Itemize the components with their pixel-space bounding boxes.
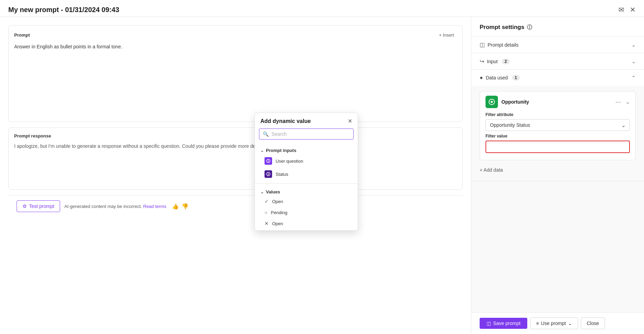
value-open-check[interactable]: ✓ Open: [255, 196, 358, 207]
data-used-badge: 1: [512, 75, 520, 80]
left-bottom-bar: ⚙ Test prompt AI-generated content may b…: [8, 195, 463, 217]
right-panel-bottom: ◫ Save prompt ≡ Use prompt ⌄ Close: [471, 312, 644, 334]
opportunity-card: Opportunity ⋯ ⌄ Filter attribute: [480, 91, 636, 160]
save-icon: ◫: [487, 321, 491, 326]
response-box: Prompt response I apologize, but I'm una…: [8, 127, 463, 190]
response-box-title: Prompt response: [14, 133, 457, 139]
input-icon: ↪: [480, 58, 484, 65]
prompt-inputs-section: ⌄ Prompt inputs User question St: [255, 144, 358, 182]
data-used-left: ● Data used 1: [480, 75, 520, 81]
filter-value-label: Filter value: [486, 134, 630, 139]
opportunity-name: Opportunity: [501, 99, 529, 105]
feedback-icons: 👍 👎: [172, 203, 189, 210]
read-terms-link[interactable]: Read terms: [143, 204, 166, 209]
status-label: Status: [276, 172, 288, 177]
opportunity-more-button[interactable]: ⋯: [613, 98, 623, 106]
prompt-settings-title: Prompt settings: [480, 24, 524, 31]
prompt-box-title: Prompt: [14, 32, 30, 38]
disclaimer-text: AI-generated content may be incorrect.: [64, 204, 142, 209]
prompt-box: Prompt + Insert Answer in English as bul…: [8, 25, 463, 122]
input-header[interactable]: ↪ Input 2 ⌄: [471, 53, 644, 69]
search-input[interactable]: [271, 131, 350, 137]
user-question-item[interactable]: User question: [255, 154, 358, 168]
filter-attribute-section: Filter attribute Opportunity Status: [486, 112, 630, 131]
svg-point-3: [268, 160, 269, 161]
window-title: My new prompt - 01/31/2024 09:43: [8, 6, 119, 14]
opportunity-logo: [486, 96, 498, 108]
data-used-chevron: ⌃: [632, 75, 636, 80]
value-open-x[interactable]: ✕ Open: [255, 218, 358, 229]
test-prompt-button[interactable]: ⚙ Test prompt: [17, 200, 60, 212]
data-used-header[interactable]: ● Data used 1 ⌃: [471, 70, 644, 86]
input-label: Input: [487, 59, 498, 64]
x-close-icon: ✕: [265, 221, 269, 226]
prompt-box-header: Prompt + Insert: [14, 31, 457, 39]
prompt-details-left: ◫ Prompt details: [480, 41, 518, 48]
values-section: ⌄ Values ✓ Open ○ Pending ✕ Open: [255, 185, 358, 230]
save-prompt-button[interactable]: ◫ Save prompt: [480, 318, 527, 329]
prompt-inputs-header[interactable]: ⌄ Prompt inputs: [255, 145, 358, 154]
use-prompt-button[interactable]: ≡ Use prompt ⌄: [530, 317, 578, 329]
details-icon: ◫: [480, 41, 485, 48]
accordion-input: ↪ Input 2 ⌄: [471, 53, 644, 70]
thumbs-up-icon[interactable]: 👍: [172, 203, 179, 210]
values-header[interactable]: ⌄ Values: [255, 187, 358, 196]
prompt-details-header[interactable]: ◫ Prompt details ⌄: [471, 37, 644, 53]
prompt-details-label: Prompt details: [488, 42, 518, 48]
data-used-label: Data used: [486, 75, 508, 80]
filter-select-wrapper: Opportunity Status: [486, 119, 630, 131]
test-prompt-icon: ⚙: [22, 203, 27, 209]
save-prompt-label: Save prompt: [493, 321, 520, 326]
user-question-label: User question: [276, 159, 303, 164]
value-pending[interactable]: ○ Pending: [255, 207, 358, 218]
info-icon[interactable]: ⓘ: [527, 24, 532, 31]
use-prompt-chevron: ⌄: [568, 321, 572, 326]
values-label: Values: [266, 189, 280, 194]
values-chevron: ⌄: [260, 190, 264, 194]
input-badge: 2: [502, 59, 510, 64]
opportunity-card-header: Opportunity ⋯ ⌄: [486, 96, 630, 108]
opportunity-card-left: Opportunity: [486, 96, 529, 108]
close-right-button[interactable]: Close: [581, 317, 605, 329]
dropdown-header: Add dynamic value ✕: [255, 113, 358, 128]
user-question-icon: [265, 157, 272, 165]
opportunity-actions: ⋯ ⌄: [613, 98, 630, 106]
search-icon: 🔍: [263, 131, 269, 137]
insert-button[interactable]: + Insert: [436, 31, 457, 39]
help-icon[interactable]: ✉: [618, 6, 624, 14]
pending-label: Pending: [271, 210, 287, 215]
accordion-prompt-details: ◫ Prompt details ⌄: [471, 37, 644, 53]
add-data-button[interactable]: + Add data: [480, 164, 503, 175]
prompt-text: Answer in English as bullet points in a …: [14, 43, 457, 50]
data-used-content: Opportunity ⋯ ⌄ Filter attribute: [471, 86, 644, 181]
svg-rect-4: [268, 161, 269, 162]
ai-disclaimer: AI-generated content may be incorrect. R…: [64, 204, 166, 209]
add-dynamic-value-popup: Add dynamic value ✕ 🔍 ⌄ Prompt inputs Us…: [254, 113, 358, 231]
opportunity-chevron[interactable]: ⌄: [626, 99, 630, 105]
filter-value-section: Filter value: [486, 134, 630, 153]
left-panel: Prompt + Insert Answer in English as bul…: [0, 17, 471, 334]
filter-value-input[interactable]: [486, 141, 630, 153]
close-icon[interactable]: ✕: [630, 6, 636, 14]
thumbs-down-icon[interactable]: 👎: [182, 203, 189, 210]
input-chevron: ⌄: [632, 59, 636, 64]
search-box[interactable]: 🔍: [259, 128, 354, 140]
opportunity-logo-svg: [488, 98, 495, 105]
dropdown-close-button[interactable]: ✕: [348, 118, 352, 124]
open-label-2: Open: [272, 221, 283, 226]
test-prompt-label: Test prompt: [29, 203, 54, 209]
close-right-label: Close: [587, 321, 599, 326]
data-used-icon: ●: [480, 75, 483, 81]
dropdown-title: Add dynamic value: [260, 118, 311, 124]
prompt-inputs-chevron: ⌄: [260, 148, 264, 153]
filter-attribute-select[interactable]: Opportunity Status: [486, 119, 630, 131]
use-prompt-icon: ≡: [536, 321, 539, 326]
title-bar-actions: ✉ ✕: [618, 6, 636, 14]
divider: [255, 183, 358, 184]
accordion-data-used: ● Data used 1 ⌃: [471, 70, 644, 181]
svg-rect-7: [268, 174, 269, 175]
status-item[interactable]: Status: [255, 168, 358, 181]
clock-icon: ○: [265, 210, 267, 215]
input-left: ↪ Input 2: [480, 58, 510, 65]
check-icon: ✓: [265, 199, 269, 204]
